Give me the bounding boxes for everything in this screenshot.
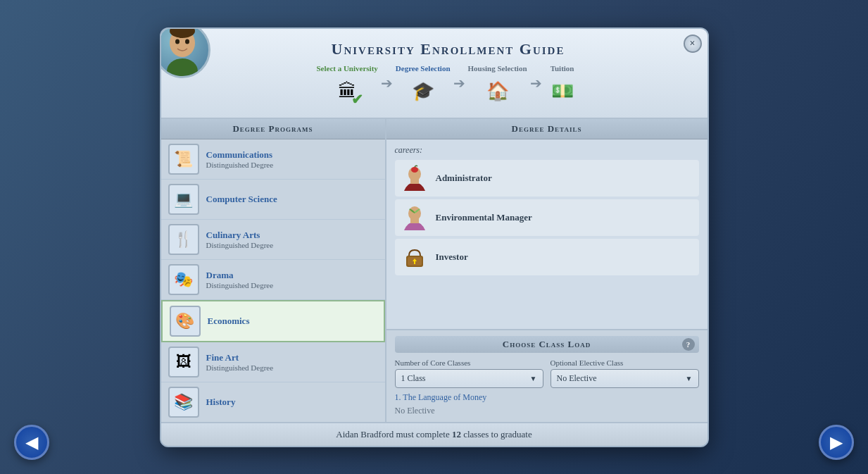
degree-item-fine-art[interactable]: 🖼 Fine Art Distinguished Degree xyxy=(161,342,385,382)
core-classes-dropdown[interactable]: 1 Class ▼ xyxy=(395,369,543,388)
drama-text: Drama Distinguished Degree xyxy=(206,270,378,289)
degree-item-history[interactable]: 📚 History xyxy=(161,382,385,422)
environmental-manager-icon xyxy=(401,204,429,232)
elective-label: Optional Elective Class xyxy=(551,358,699,367)
culinary-arts-text: Culinary Arts Distinguished Degree xyxy=(206,230,378,249)
next-icon: ▶ xyxy=(830,432,843,452)
investor-icon xyxy=(401,243,429,271)
core-classes-group: Number of Core Classes 1 Class ▼ xyxy=(395,358,543,388)
dialog-title: University Enrollment Guide xyxy=(218,40,679,58)
svg-point-3 xyxy=(175,39,180,44)
no-elective-display: No Elective xyxy=(395,406,699,416)
degree-item-economics[interactable]: 🎨 Economics xyxy=(161,300,385,342)
culinary-arts-icon: 🍴 xyxy=(168,224,199,255)
communications-icon: 📜 xyxy=(168,144,199,175)
class-load-section: Choose Class Load ? Number of Core Class… xyxy=(386,329,707,422)
careers-section: careers: Administrator xyxy=(386,139,707,329)
degree-item-computer-science[interactable]: 💻 Computer Science xyxy=(161,180,385,220)
computer-science-icon: 💻 xyxy=(168,184,199,215)
degree-details-header: Degree Details xyxy=(386,119,707,139)
degree-item-drama[interactable]: 🎭 Drama Distinguished Degree xyxy=(161,260,385,300)
arrow-1: ➔ xyxy=(381,75,393,99)
economics-icon: 🎨 xyxy=(170,306,201,337)
help-button[interactable]: ? xyxy=(682,338,695,351)
fine-art-tag: Distinguished Degree xyxy=(206,363,378,372)
graduation-icon: 🎓 xyxy=(412,80,434,102)
degree-programs-panel: Degree Programs 📜 Communications Disting… xyxy=(161,119,386,422)
communications-name: Communications xyxy=(206,149,378,161)
investor-name: Investor xyxy=(436,251,468,263)
career-item-environmental-manager: Environmental Manager xyxy=(395,199,699,236)
svg-point-4 xyxy=(185,39,189,44)
core-classes-label: Number of Core Classes xyxy=(395,358,543,367)
administrator-name: Administrator xyxy=(436,173,492,184)
fine-art-name: Fine Art xyxy=(206,352,378,363)
steps-bar: Select a University 🏛 ✔ ➔ Degree Selecti… xyxy=(218,64,679,109)
degree-list[interactable]: 📜 Communications Distinguished Degree 💻 … xyxy=(161,139,385,422)
step-4-icon: 💵 xyxy=(545,74,580,109)
money-icon: 💵 xyxy=(551,80,574,102)
elective-group: Optional Elective Class No Elective ▼ xyxy=(551,358,699,388)
svg-point-0 xyxy=(167,58,198,78)
prev-button[interactable]: ◀ xyxy=(14,425,49,460)
arrow-2: ➔ xyxy=(453,75,465,99)
computer-science-text: Computer Science xyxy=(206,194,378,205)
svg-rect-6 xyxy=(410,178,419,184)
fine-art-icon: 🖼 xyxy=(168,347,199,378)
class-load-title: Choose Class Load xyxy=(503,339,591,350)
degree-programs-header: Degree Programs xyxy=(161,119,385,139)
step-2-label: Degree Selection xyxy=(396,64,451,73)
step-3-label: Housing Selection xyxy=(468,64,527,73)
step-degree-selection: Degree Selection 🎓 xyxy=(396,64,451,109)
communications-tag: Distinguished Degree xyxy=(206,161,378,169)
dialog-footer: Aidan Bradford must complete 12 classes … xyxy=(161,422,707,446)
careers-label: careers: xyxy=(395,145,699,156)
drama-name: Drama xyxy=(206,270,378,281)
drama-icon: 🎭 xyxy=(168,264,199,295)
class-selectors: Number of Core Classes 1 Class ▼ Optiona… xyxy=(395,358,699,388)
communications-text: Communications Distinguished Degree xyxy=(206,149,378,169)
degree-details-panel: Degree Details careers: Ad xyxy=(386,119,707,422)
next-button[interactable]: ▶ xyxy=(819,425,854,460)
culinary-arts-name: Culinary Arts xyxy=(206,230,378,241)
enrollment-dialog: × University Enrollment Guide Select a U… xyxy=(160,27,709,447)
check-icon: ✔ xyxy=(351,91,363,108)
step-4-label: Tuition xyxy=(551,64,574,73)
elective-dropdown[interactable]: No Elective ▼ xyxy=(551,369,699,388)
footer-text-after: classes to graduate xyxy=(461,429,532,439)
step-select-university: Select a University 🏛 ✔ xyxy=(316,64,377,109)
elective-value: No Elective xyxy=(557,373,597,384)
close-button[interactable]: × xyxy=(684,35,702,53)
step-tuition: Tuition 💵 xyxy=(545,64,580,109)
fine-art-text: Fine Art Distinguished Degree xyxy=(206,352,378,372)
arrow-3: ➔ xyxy=(530,75,542,99)
dialog-body: Degree Programs 📜 Communications Disting… xyxy=(161,119,707,422)
economics-text: Economics xyxy=(208,316,377,327)
history-name: History xyxy=(206,397,378,408)
footer-count: 12 xyxy=(452,429,461,439)
administrator-icon xyxy=(401,164,429,192)
core-dropdown-arrow: ▼ xyxy=(530,375,537,382)
svg-rect-9 xyxy=(410,218,419,223)
culinary-arts-tag: Distinguished Degree xyxy=(206,241,378,249)
prev-icon: ◀ xyxy=(25,432,38,452)
house-icon: 🏠 xyxy=(486,80,509,102)
dialog-header: University Enrollment Guide Select a Uni… xyxy=(161,29,707,119)
computer-science-name: Computer Science xyxy=(206,194,378,205)
footer-text-before: Aidan Bradford must complete xyxy=(336,429,452,439)
svg-point-7 xyxy=(411,167,418,173)
career-item-investor: Investor xyxy=(395,239,699,275)
environmental-manager-name: Environmental Manager xyxy=(436,212,532,223)
class-number: 1. xyxy=(395,392,401,402)
history-text: History xyxy=(206,397,378,408)
core-classes-value: 1 Class xyxy=(401,373,426,384)
step-2-icon: 🎓 xyxy=(405,74,441,109)
economics-name: Economics xyxy=(208,316,377,327)
step-3-icon: 🏠 xyxy=(480,74,515,109)
elective-dropdown-arrow: ▼ xyxy=(686,375,693,382)
class-load-header: Choose Class Load ? xyxy=(395,336,699,353)
degree-item-culinary-arts[interactable]: 🍴 Culinary Arts Distinguished Degree xyxy=(161,220,385,260)
degree-item-communications[interactable]: 📜 Communications Distinguished Degree xyxy=(161,139,385,180)
drama-tag: Distinguished Degree xyxy=(206,281,378,289)
step-1-label: Select a University xyxy=(316,64,377,73)
